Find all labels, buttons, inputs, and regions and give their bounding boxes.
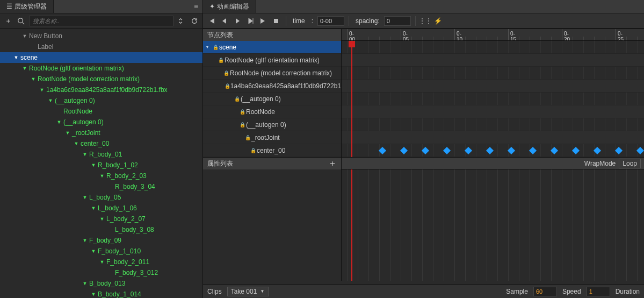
caret-icon[interactable]	[90, 292, 97, 297]
keyframe[interactable]	[615, 146, 623, 154]
sample-input[interactable]	[533, 287, 557, 296]
track-row[interactable]	[342, 118, 644, 131]
refresh-button[interactable]	[190, 16, 199, 26]
track-row[interactable]	[342, 105, 644, 118]
tree-row[interactable]: F_body_3_012	[0, 267, 202, 278]
last-frame-button[interactable]	[258, 16, 269, 26]
track-row[interactable]	[342, 67, 644, 80]
lock-icon[interactable]: 🔒	[225, 83, 230, 89]
caret-icon[interactable]	[82, 195, 88, 200]
tree-row[interactable]: L_body_3_08	[0, 224, 202, 235]
node-row[interactable]: 🔒(__autogen 0)	[203, 93, 341, 105]
first-frame-button[interactable]	[206, 16, 217, 26]
keyframe[interactable]	[379, 146, 386, 154]
lock-icon[interactable]: 🔒	[233, 96, 241, 102]
time-input[interactable]	[317, 16, 344, 26]
spacing-input[interactable]	[384, 16, 411, 26]
caret-icon[interactable]	[90, 162, 97, 168]
caret-icon[interactable]	[73, 141, 79, 146]
tree-row[interactable]: R_body_1_02	[0, 160, 202, 171]
keyframe[interactable]	[422, 146, 429, 154]
caret-icon[interactable]	[21, 33, 28, 39]
tree-row[interactable]: 1a4ba6c9eaa8425a8aaf1f0db9d722b1.fbx	[0, 84, 202, 95]
tree-row[interactable]: F_body_1_010	[0, 246, 202, 257]
keyframe[interactable]	[400, 146, 408, 154]
anim-tab[interactable]: ✦ 动画编辑器	[203, 0, 256, 13]
prop-list[interactable]	[203, 169, 341, 281]
node-row[interactable]: 🔒RootNode (gltf orientation matrix)	[203, 54, 341, 67]
tree-row[interactable]: (__autogen 0)	[0, 95, 202, 106]
track-row[interactable]	[342, 80, 644, 93]
caret-icon[interactable]	[99, 216, 105, 222]
tree-row[interactable]: (__autogen 0)	[0, 117, 202, 127]
node-row[interactable]: 🔒center_00	[203, 144, 341, 157]
lock-icon[interactable]: 🔒	[238, 109, 246, 115]
add-property-button[interactable]: ＋	[328, 158, 337, 169]
keyframe[interactable]	[465, 146, 472, 154]
caret-icon[interactable]	[99, 173, 105, 179]
caret-icon[interactable]	[82, 281, 88, 286]
lock-icon[interactable]: 🔒	[238, 122, 246, 127]
lock-icon[interactable]: 🔒	[217, 58, 225, 63]
caret-icon[interactable]	[90, 205, 97, 211]
tree-row[interactable]: R_body_2_03	[0, 171, 202, 181]
caret-icon[interactable]	[64, 130, 71, 136]
caret-icon[interactable]	[56, 119, 62, 125]
caret-icon[interactable]	[13, 55, 19, 60]
clip-select[interactable]: Take 001 ▼	[227, 287, 270, 296]
lock-icon[interactable]: 🔒	[212, 45, 219, 50]
lock-icon[interactable]: 🔒	[222, 70, 230, 76]
tree-row[interactable]: F_body_2_011	[0, 257, 202, 267]
search-icon[interactable]	[16, 16, 26, 26]
hierarchy-tab[interactable]: ☰ 层级管理器	[0, 0, 54, 13]
snap-toggle[interactable]: ⋮⋮	[420, 16, 431, 26]
tree-row[interactable]: center_00	[0, 138, 202, 149]
prop-tracks[interactable]	[342, 169, 644, 281]
track-row[interactable]	[342, 41, 644, 54]
wrapmode-select[interactable]: Loop	[619, 159, 641, 168]
next-frame-button[interactable]	[245, 16, 256, 26]
caret-icon[interactable]	[99, 259, 105, 265]
tree-row[interactable]: B_body_013	[0, 278, 202, 289]
caret-icon[interactable]	[90, 249, 97, 254]
caret-icon[interactable]	[82, 238, 88, 243]
tree-row[interactable]: R_body_01	[0, 149, 202, 160]
tree-row[interactable]: RootNode (model correction matrix)	[0, 74, 202, 84]
node-row[interactable]: 🔒(__autogen 0)	[203, 118, 341, 131]
track-row[interactable]	[342, 54, 644, 67]
keyframe[interactable]	[636, 146, 644, 154]
keyframe[interactable]	[594, 146, 601, 154]
tree-row[interactable]: L_body_1_06	[0, 203, 202, 214]
tree-row[interactable]: R_body_3_04	[0, 181, 202, 192]
node-row[interactable]: 🔒_rootJoint	[203, 131, 341, 144]
caret-icon[interactable]	[21, 66, 28, 71]
caret-icon[interactable]	[82, 152, 88, 157]
track-row[interactable]	[342, 93, 644, 105]
node-list[interactable]: ▾🔒scene🔒RootNode (gltf orientation matri…	[203, 41, 341, 157]
tree-row[interactable]: scene	[0, 52, 202, 63]
keyframe[interactable]	[572, 146, 580, 154]
caret-icon[interactable]: ▾	[206, 45, 212, 49]
keyframe[interactable]	[529, 146, 537, 154]
lock-icon[interactable]: 🔒	[249, 148, 257, 153]
playhead[interactable]	[351, 41, 352, 157]
tree-row[interactable]: New Button	[0, 31, 202, 41]
tree-row[interactable]: Label	[0, 41, 202, 52]
node-row[interactable]: 🔒1a4ba6c9eaa8425a8aaf1f0db9d722b1	[203, 80, 341, 93]
node-row[interactable]: 🔒RootNode	[203, 105, 341, 118]
keyframe[interactable]	[486, 146, 494, 154]
search-input[interactable]	[29, 16, 173, 26]
track-row[interactable]	[342, 131, 644, 144]
playhead-handle[interactable]	[349, 41, 355, 47]
add-node-button[interactable]: ＋	[3, 16, 13, 26]
play-button[interactable]	[232, 16, 243, 26]
keyframe[interactable]	[508, 146, 515, 154]
tree-row[interactable]: F_body_09	[0, 235, 202, 246]
caret-icon[interactable]	[39, 87, 45, 93]
speed-input[interactable]	[587, 287, 610, 296]
node-row[interactable]: ▾🔒scene	[203, 41, 341, 54]
tree-row[interactable]: _rootJoint	[0, 127, 202, 138]
track-row[interactable]	[342, 144, 644, 157]
stop-button[interactable]	[271, 16, 281, 26]
hierarchy-tree[interactable]: New ButtonLabelsceneRootNode (gltf orien…	[0, 29, 202, 298]
